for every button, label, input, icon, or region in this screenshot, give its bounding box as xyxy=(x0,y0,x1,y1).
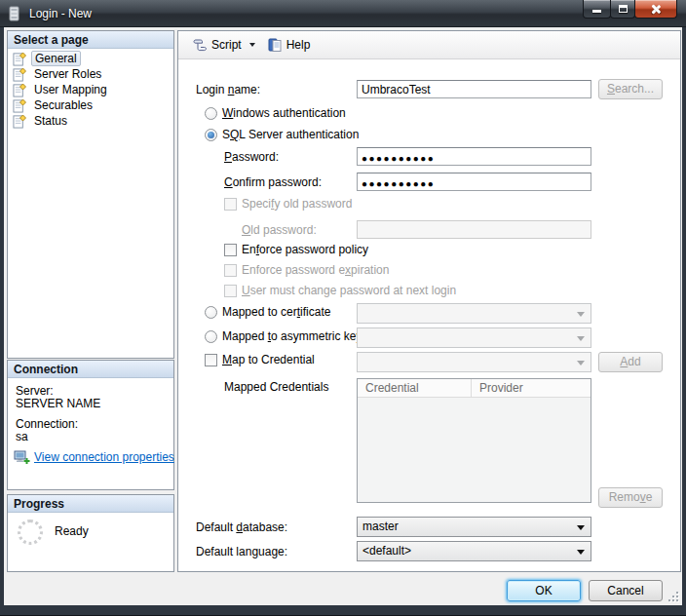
default-database-combo[interactable]: master xyxy=(357,517,591,537)
sidebar-item-label: Status xyxy=(31,114,70,128)
page-icon xyxy=(13,98,27,113)
enforce-expiration-checkbox xyxy=(224,264,237,277)
must-change-checkbox xyxy=(224,285,237,297)
connection-header: Connection xyxy=(8,361,173,378)
select-a-page-header: Select a page xyxy=(8,31,173,49)
password-label: Password: xyxy=(224,150,279,164)
sql-auth-label[interactable]: SQL Server authentication xyxy=(222,128,359,141)
script-icon xyxy=(192,37,208,53)
window-controls xyxy=(584,0,677,19)
mapped-certificate-radio[interactable] xyxy=(205,306,217,319)
help-icon xyxy=(267,37,283,53)
enforce-policy-checkbox[interactable] xyxy=(224,244,237,256)
minimize-button[interactable] xyxy=(583,0,611,19)
windows-auth-label[interactable]: Windows authentication xyxy=(222,106,346,120)
confirm-password-input[interactable] xyxy=(357,173,591,191)
progress-spinner-icon xyxy=(18,520,43,545)
help-button[interactable]: Help xyxy=(263,35,315,55)
resize-grip[interactable] xyxy=(668,592,680,603)
remove-button: Remove xyxy=(598,487,663,508)
titlebar[interactable]: Login - New xyxy=(0,0,686,27)
login-name-input[interactable] xyxy=(357,80,591,98)
chevron-down-icon xyxy=(577,336,585,341)
sidebar-item-label: General xyxy=(31,51,81,66)
must-change-label: User must change password at next login xyxy=(242,284,456,297)
page-icon xyxy=(13,83,27,97)
script-button[interactable]: Script xyxy=(188,35,246,55)
old-password-label: Old password: xyxy=(242,223,317,237)
maximize-button[interactable] xyxy=(610,0,635,19)
chevron-down-icon xyxy=(577,312,585,317)
page-icon xyxy=(13,52,27,66)
sidebar-item-label: Server Roles xyxy=(31,67,104,81)
connection-properties-icon xyxy=(14,449,30,465)
window-icon xyxy=(9,6,20,21)
certificate-combo xyxy=(357,303,591,324)
credentials-table-header: Credential Provider xyxy=(358,379,591,398)
help-label: Help xyxy=(286,38,311,52)
map-credential-label[interactable]: Map to Credential xyxy=(222,353,315,366)
specify-old-password-label: Specify old password xyxy=(242,197,352,211)
window-title: Login - New xyxy=(29,7,92,20)
close-button[interactable] xyxy=(634,0,677,19)
password-input[interactable] xyxy=(357,147,591,166)
sql-auth-radio[interactable] xyxy=(205,129,217,141)
chevron-down-icon xyxy=(577,361,585,366)
script-chevron-down-icon[interactable] xyxy=(249,43,255,47)
server-value: SERVER NAME xyxy=(16,397,100,410)
progress-panel: Progress Ready xyxy=(7,494,174,572)
credential-combo xyxy=(357,352,591,372)
default-language-value: <default> xyxy=(362,544,411,558)
sidebar-item-securables[interactable]: Securables xyxy=(8,97,173,113)
connection-label: Connection: xyxy=(16,417,78,431)
default-language-label: Default language: xyxy=(196,545,287,558)
cancel-button[interactable]: Cancel xyxy=(589,580,663,601)
sidebar-item-user-mapping[interactable]: User Mapping xyxy=(8,82,173,97)
chevron-down-icon xyxy=(577,525,585,530)
connection-panel: Connection Server: SERVER NAME Connectio… xyxy=(7,360,174,490)
progress-status: Ready xyxy=(55,524,89,538)
old-password-input xyxy=(357,220,591,239)
enforce-expiration-label: Enforce password expiration xyxy=(242,263,389,277)
windows-auth-radio[interactable] xyxy=(205,107,217,120)
sidebar-item-status[interactable]: Status xyxy=(8,113,173,129)
sidebar-item-label: User Mapping xyxy=(31,83,110,96)
view-connection-properties-link[interactable]: View connection properties xyxy=(34,450,174,464)
toolbar: Script Help xyxy=(178,31,680,59)
ok-button[interactable]: OK xyxy=(507,580,581,601)
search-button: Search... xyxy=(598,79,663,99)
default-language-combo[interactable]: <default> xyxy=(357,541,591,561)
mapped-asymmetric-label[interactable]: Mapped to asymmetric key xyxy=(222,329,362,343)
add-button: Add xyxy=(598,352,663,372)
close-icon xyxy=(651,4,662,15)
main-panel: Script Help Login name: Search... xyxy=(177,30,681,572)
page-icon xyxy=(13,114,27,129)
map-credential-checkbox[interactable] xyxy=(205,354,217,366)
page-icon xyxy=(13,67,27,82)
confirm-password-label: Confirm password: xyxy=(224,175,322,189)
script-label: Script xyxy=(211,38,242,52)
default-database-value: master xyxy=(362,520,399,533)
select-a-page-panel: Select a page General Server Roles User … xyxy=(7,30,174,359)
connection-value: sa xyxy=(16,430,28,443)
sidebar-item-label: Securables xyxy=(31,98,95,112)
minimize-icon xyxy=(592,10,601,13)
column-header-provider[interactable]: Provider xyxy=(472,379,523,397)
maximize-icon xyxy=(619,5,628,13)
mapped-certificate-label[interactable]: Mapped to certificate xyxy=(222,305,330,319)
credentials-table[interactable]: Credential Provider xyxy=(357,378,591,503)
login-name-label: Login name: xyxy=(196,83,260,96)
specify-old-password-checkbox xyxy=(224,198,237,211)
default-database-label: Default database: xyxy=(196,520,287,534)
login-new-window: Login - New Select a page General Server… xyxy=(0,0,686,616)
mapped-asymmetric-radio[interactable] xyxy=(205,330,217,343)
column-header-credential[interactable]: Credential xyxy=(358,379,472,397)
progress-header: Progress xyxy=(8,495,173,513)
sidebar-item-general[interactable]: General xyxy=(8,51,173,66)
sidebar-item-server-roles[interactable]: Server Roles xyxy=(8,66,173,82)
chevron-down-icon xyxy=(577,550,585,555)
enforce-policy-label[interactable]: Enforce password policy xyxy=(242,243,368,256)
asymmetric-combo xyxy=(357,327,591,348)
dialog-client-area: Select a page General Server Roles User … xyxy=(4,27,682,605)
mapped-credentials-label: Mapped Credentials xyxy=(224,380,328,394)
